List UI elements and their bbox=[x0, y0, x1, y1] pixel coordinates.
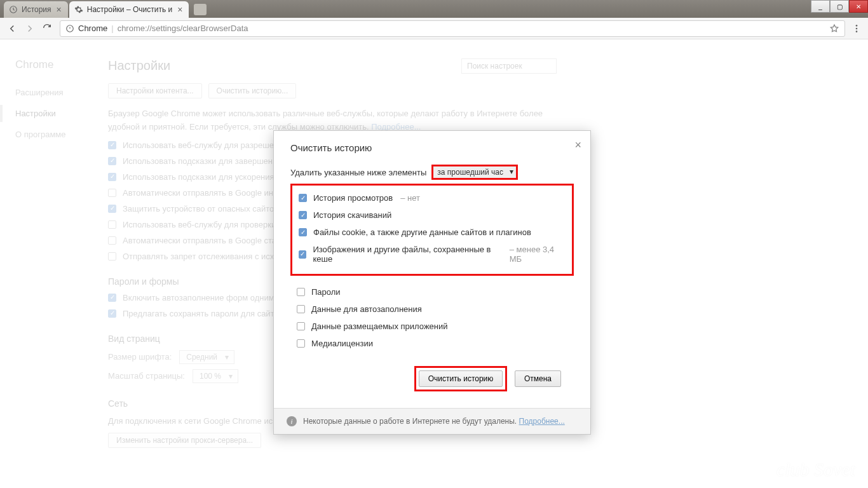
checkbox-meta: – нет bbox=[400, 193, 420, 203]
browser-menu-button[interactable] bbox=[851, 24, 862, 34]
checkbox[interactable] bbox=[297, 322, 305, 330]
back-button[interactable] bbox=[6, 23, 18, 34]
omnibox-origin: Chrome bbox=[78, 24, 107, 33]
time-range-label: Удалить указанные ниже элементы bbox=[290, 168, 426, 177]
omnibox[interactable]: Chrome | chrome://settings/clearBrowserD… bbox=[60, 20, 845, 37]
checkbox[interactable] bbox=[108, 141, 116, 149]
cancel-button[interactable]: Отмена bbox=[515, 370, 561, 387]
checkbox[interactable] bbox=[297, 288, 305, 296]
forward-button[interactable] bbox=[24, 23, 36, 34]
checkbox-label: Автоматически отправлять в Google стати bbox=[123, 236, 285, 245]
checkbox[interactable] bbox=[108, 252, 116, 261]
checkbox-row: Изображения и другие файлы, сохраненные … bbox=[299, 241, 566, 268]
checkbox-label: Использовать веб-службу для разрешения bbox=[123, 140, 287, 150]
checkbox-label: Автоматически отправлять в Google инфор bbox=[123, 188, 289, 198]
checkbox-row: Данные размещаемых приложений bbox=[297, 318, 567, 335]
clear-history-button[interactable]: Очистить историю... bbox=[208, 83, 297, 98]
checkbox-label: Пароли bbox=[311, 287, 341, 297]
font-size-label: Размер шрифта: bbox=[108, 352, 172, 362]
tab-title: История bbox=[22, 5, 51, 14]
page-zoom-label: Масштаб страницы: bbox=[108, 371, 185, 381]
checkbox-label: История просмотров bbox=[313, 193, 393, 203]
checkbox[interactable] bbox=[108, 294, 116, 302]
font-size-select[interactable]: Средний bbox=[179, 350, 234, 364]
bookmark-star-icon[interactable] bbox=[829, 24, 839, 34]
checkbox-row: Данные для автозаполнения bbox=[297, 301, 567, 318]
content-settings-button[interactable]: Настройки контента... bbox=[108, 83, 202, 98]
checkbox[interactable] bbox=[108, 205, 116, 213]
window-maximize-button[interactable]: ▢ bbox=[830, 0, 849, 13]
checkbox-meta: – менее 3,4 МБ bbox=[510, 245, 566, 264]
checkbox-label: Использовать подсказки для ускорения за bbox=[123, 172, 285, 182]
checkbox[interactable] bbox=[108, 236, 116, 245]
dialog-close-button[interactable]: × bbox=[574, 139, 581, 152]
checkbox[interactable] bbox=[108, 157, 116, 165]
gear-icon bbox=[74, 5, 83, 14]
history-icon bbox=[9, 5, 18, 14]
sidebar-brand: Chrome bbox=[15, 58, 108, 71]
address-bar: Chrome | chrome://settings/clearBrowserD… bbox=[0, 18, 868, 39]
page-zoom-select[interactable]: 100 % bbox=[193, 369, 238, 383]
tab-close-icon[interactable]: × bbox=[57, 4, 62, 15]
svg-point-3 bbox=[856, 27, 858, 29]
checkbox-label: Использовать подсказки для завершения bbox=[123, 156, 281, 166]
svg-point-4 bbox=[856, 30, 858, 32]
tab-history[interactable]: История × bbox=[4, 1, 68, 18]
checkbox[interactable] bbox=[299, 211, 307, 219]
checkbox-row: История просмотров – нет bbox=[299, 189, 566, 207]
checkbox-label: Файлы cookie, а также другие данные сайт… bbox=[313, 227, 531, 237]
checkbox[interactable] bbox=[297, 339, 305, 348]
checkbox[interactable] bbox=[299, 250, 306, 259]
checkbox-label: Данные для автозаполнения bbox=[311, 304, 422, 314]
checkbox[interactable] bbox=[108, 189, 116, 197]
checkbox[interactable] bbox=[108, 173, 116, 181]
sidebar-item-extensions[interactable]: Расширения bbox=[15, 85, 108, 100]
tab-settings[interactable]: Настройки – Очистить и × bbox=[69, 1, 189, 18]
dialog-title: Очистить историю bbox=[290, 142, 574, 153]
checkbox-row: Медиалицензии bbox=[297, 335, 567, 352]
checkbox-label: Предлагать сохранять пароли для сайтов Н bbox=[123, 309, 292, 318]
options-group: ПаролиДанные для автозаполненияДанные ра… bbox=[290, 280, 574, 358]
svg-point-2 bbox=[856, 25, 858, 27]
checkbox-row: История скачиваний bbox=[299, 207, 566, 224]
tab-title: Настройки – Очистить и bbox=[87, 5, 172, 14]
checkbox-label: Использовать веб-службу для проверки пр bbox=[123, 220, 287, 229]
checkbox-row: Файлы cookie, а также другие данные сайт… bbox=[299, 224, 566, 241]
settings-search-input[interactable] bbox=[461, 58, 557, 74]
checkbox[interactable] bbox=[299, 228, 307, 236]
tab-close-icon[interactable]: × bbox=[177, 4, 182, 15]
info-learn-more-link[interactable]: Подробнее... bbox=[519, 417, 565, 426]
tab-bar: История × Настройки – Очистить и × bbox=[0, 0, 868, 18]
info-text: Некоторые данные о работе в Интернете не… bbox=[303, 417, 517, 426]
reload-button[interactable] bbox=[42, 23, 53, 34]
checkbox[interactable] bbox=[297, 305, 305, 313]
checkbox-label: Отправлять запрет отслеживания с исходя bbox=[123, 252, 288, 261]
clear-data-button[interactable]: Очистить историю bbox=[419, 370, 503, 387]
checkbox-label: Включить автозаполнение форм одним кл bbox=[123, 293, 285, 302]
new-tab-button[interactable] bbox=[194, 4, 207, 15]
page-info-icon[interactable] bbox=[65, 24, 74, 33]
settings-search bbox=[461, 58, 557, 74]
checkbox-label: Защитить устройство от опасных сайтов bbox=[123, 204, 278, 214]
omnibox-url: chrome://settings/clearBrowserData bbox=[118, 24, 248, 33]
time-range-select[interactable]: за прошедший час bbox=[431, 165, 518, 180]
proxy-settings-button[interactable]: Изменить настройки прокси-сервера... bbox=[108, 433, 261, 448]
dialog-info-bar: i Некоторые данные о работе в Интернете … bbox=[274, 408, 590, 434]
sidebar-item-about[interactable]: О программе bbox=[15, 127, 108, 142]
checkbox-label: История скачиваний bbox=[313, 210, 391, 220]
checkbox[interactable] bbox=[108, 309, 116, 318]
clear-browsing-data-dialog: × Очистить историю Удалить указанные ниж… bbox=[273, 130, 591, 435]
checkbox-row: Пароли bbox=[297, 283, 567, 301]
window-controls: _ ▢ ✕ bbox=[811, 0, 868, 13]
highlighted-options-group: История просмотров – нетИстория скачиван… bbox=[290, 184, 574, 276]
checkbox-label: Данные размещаемых приложений bbox=[311, 322, 448, 331]
window-close-button[interactable]: ✕ bbox=[849, 0, 868, 13]
checkbox[interactable] bbox=[108, 220, 116, 229]
settings-sidebar: Chrome Расширения Настройки О программе bbox=[0, 39, 108, 488]
checkbox-label: Изображения и другие файлы, сохраненные … bbox=[313, 245, 501, 264]
checkbox-label: Медиалицензии bbox=[311, 339, 373, 348]
info-icon: i bbox=[287, 416, 297, 426]
window-minimize-button[interactable]: _ bbox=[811, 0, 830, 13]
sidebar-item-settings[interactable]: Настройки bbox=[15, 106, 108, 121]
checkbox[interactable] bbox=[299, 194, 307, 202]
